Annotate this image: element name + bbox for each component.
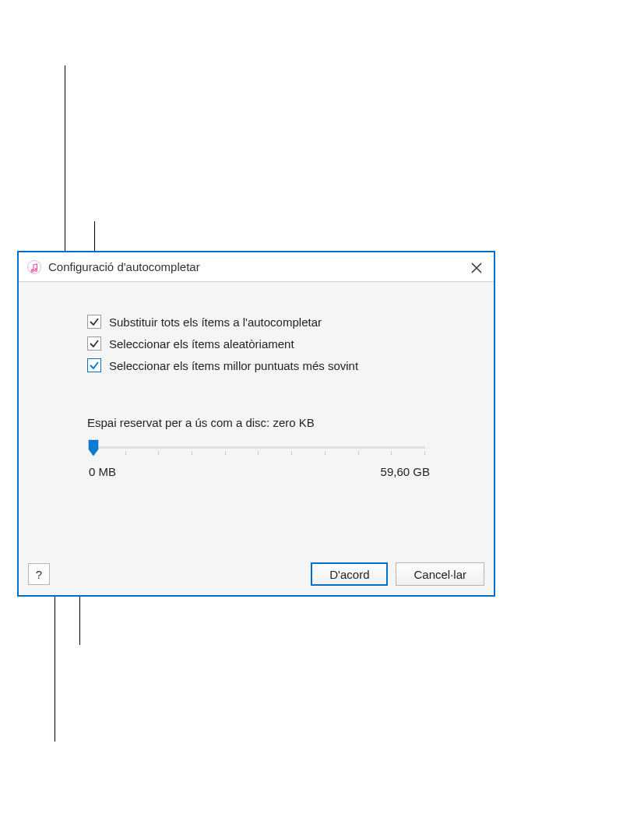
cancel-button[interactable]: Cancel·lar <box>396 562 484 586</box>
close-button[interactable] <box>466 257 487 279</box>
checkbox-label: Seleccionar els ítems millor puntuats mé… <box>109 359 358 372</box>
slider-title: Espai reservat per a ús com a disc: zero… <box>87 416 431 429</box>
autofill-settings-dialog: Configuració d'autocompletar Substituir … <box>17 251 495 597</box>
disk-space-slider[interactable] <box>86 439 431 462</box>
checkbox-row-replace: Substituir tots els ítems a l'autocomple… <box>87 315 431 329</box>
checkbox-higher-rated[interactable] <box>87 358 101 372</box>
dialog-content: Substituir tots els ítems a l'autocomple… <box>19 282 494 494</box>
slider-ticks <box>92 451 425 456</box>
slider-labels: 0 MB 59,60 GB <box>87 465 431 478</box>
checkbox-random-select[interactable] <box>87 337 101 351</box>
music-app-icon <box>26 259 42 275</box>
checkbox-label: Substituir tots els ítems a l'autocomple… <box>109 315 322 329</box>
close-icon <box>471 263 482 273</box>
checkbox-label: Seleccionar els ítems aleatòriament <box>109 337 294 351</box>
slider-track <box>92 446 425 449</box>
svg-point-2 <box>35 268 37 270</box>
slider-thumb[interactable] <box>87 439 100 457</box>
slider-min-label: 0 MB <box>89 465 116 478</box>
svg-point-1 <box>31 269 33 271</box>
checkbox-row-random: Seleccionar els ítems aleatòriament <box>87 337 431 351</box>
ok-button[interactable]: D'acord <box>311 562 388 586</box>
dialog-title: Configuració d'autocompletar <box>48 260 200 273</box>
slider-max-label: 59,60 GB <box>381 465 430 478</box>
svg-point-0 <box>28 260 41 273</box>
help-button[interactable]: ? <box>28 563 50 585</box>
checkbox-row-toprated: Seleccionar els ítems millor puntuats mé… <box>87 358 431 372</box>
titlebar: Configuració d'autocompletar <box>19 252 494 282</box>
button-bar: ? D'acord Cancel·lar <box>28 562 484 586</box>
checkbox-replace-all[interactable] <box>87 315 101 329</box>
disk-space-section: Espai reservat per a ús com a disc: zero… <box>87 416 431 478</box>
